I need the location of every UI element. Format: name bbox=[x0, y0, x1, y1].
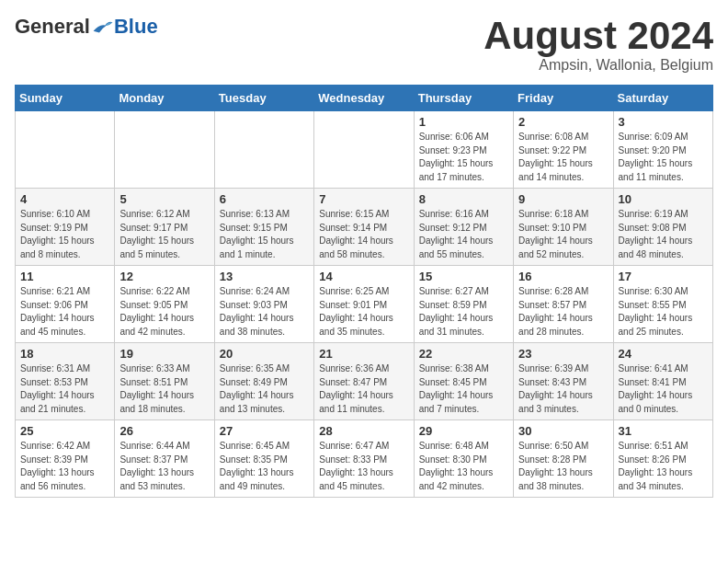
day-number: 30 bbox=[518, 424, 608, 438]
day-info: Sunrise: 6:30 AM Sunset: 8:55 PM Dayligh… bbox=[619, 285, 708, 339]
day-number: 28 bbox=[319, 424, 408, 438]
day-info: Sunrise: 6:27 AM Sunset: 8:59 PM Dayligh… bbox=[419, 285, 508, 339]
day-info: Sunrise: 6:21 AM Sunset: 9:06 PM Dayligh… bbox=[20, 285, 109, 339]
day-cell bbox=[214, 111, 313, 189]
day-number: 25 bbox=[20, 424, 109, 438]
header-monday: Monday bbox=[115, 86, 214, 111]
day-number: 5 bbox=[119, 192, 209, 206]
header-saturday: Saturday bbox=[613, 86, 712, 111]
day-number: 27 bbox=[220, 424, 309, 438]
day-cell: 11Sunrise: 6:21 AM Sunset: 9:06 PM Dayli… bbox=[16, 266, 115, 343]
day-info: Sunrise: 6:24 AM Sunset: 9:03 PM Dayligh… bbox=[220, 285, 309, 339]
day-number: 12 bbox=[119, 270, 209, 283]
calendar-header: SundayMondayTuesdayWednesdayThursdayFrid… bbox=[16, 86, 713, 111]
calendar-body: 1Sunrise: 6:06 AM Sunset: 9:23 PM Daylig… bbox=[16, 111, 713, 498]
day-cell: 19Sunrise: 6:33 AM Sunset: 8:51 PM Dayli… bbox=[115, 343, 214, 420]
day-cell: 3Sunrise: 6:09 AM Sunset: 9:20 PM Daylig… bbox=[613, 111, 712, 189]
day-info: Sunrise: 6:28 AM Sunset: 8:57 PM Dayligh… bbox=[518, 285, 608, 339]
logo-bird-icon bbox=[92, 17, 114, 36]
day-info: Sunrise: 6:10 AM Sunset: 9:19 PM Dayligh… bbox=[20, 208, 109, 261]
day-number: 23 bbox=[518, 347, 608, 361]
day-number: 3 bbox=[619, 115, 708, 129]
day-cell: 10Sunrise: 6:19 AM Sunset: 9:08 PM Dayli… bbox=[613, 189, 712, 266]
header-thursday: Thursday bbox=[414, 86, 513, 111]
day-number: 10 bbox=[619, 192, 708, 206]
week-row-1: 4Sunrise: 6:10 AM Sunset: 9:19 PM Daylig… bbox=[16, 189, 713, 266]
day-number: 11 bbox=[20, 270, 109, 283]
day-cell: 6Sunrise: 6:13 AM Sunset: 9:15 PM Daylig… bbox=[214, 189, 313, 266]
page-header: General Blue August 2024 Ampsin, Walloni… bbox=[15, 15, 713, 74]
day-info: Sunrise: 6:12 AM Sunset: 9:17 PM Dayligh… bbox=[119, 208, 209, 261]
day-number: 17 bbox=[619, 270, 708, 283]
week-row-0: 1Sunrise: 6:06 AM Sunset: 9:23 PM Daylig… bbox=[16, 111, 713, 189]
day-cell bbox=[115, 111, 214, 189]
day-info: Sunrise: 6:18 AM Sunset: 9:10 PM Dayligh… bbox=[518, 208, 608, 261]
calendar-table: SundayMondayTuesdayWednesdayThursdayFrid… bbox=[15, 85, 713, 498]
day-info: Sunrise: 6:45 AM Sunset: 8:35 PM Dayligh… bbox=[220, 440, 309, 493]
header-tuesday: Tuesday bbox=[214, 86, 313, 111]
day-cell: 27Sunrise: 6:45 AM Sunset: 8:35 PM Dayli… bbox=[214, 420, 313, 498]
day-cell: 9Sunrise: 6:18 AM Sunset: 9:10 PM Daylig… bbox=[514, 189, 613, 266]
day-cell: 5Sunrise: 6:12 AM Sunset: 9:17 PM Daylig… bbox=[115, 189, 214, 266]
day-number: 14 bbox=[319, 270, 408, 283]
day-info: Sunrise: 6:50 AM Sunset: 8:28 PM Dayligh… bbox=[518, 440, 608, 493]
day-cell: 2Sunrise: 6:08 AM Sunset: 9:22 PM Daylig… bbox=[514, 111, 613, 189]
day-number: 9 bbox=[518, 192, 608, 206]
day-info: Sunrise: 6:22 AM Sunset: 9:05 PM Dayligh… bbox=[119, 285, 209, 339]
day-info: Sunrise: 6:31 AM Sunset: 8:53 PM Dayligh… bbox=[20, 362, 109, 416]
day-cell: 13Sunrise: 6:24 AM Sunset: 9:03 PM Dayli… bbox=[214, 266, 313, 343]
day-number: 15 bbox=[419, 270, 508, 283]
day-cell: 18Sunrise: 6:31 AM Sunset: 8:53 PM Dayli… bbox=[16, 343, 115, 420]
day-info: Sunrise: 6:06 AM Sunset: 9:23 PM Dayligh… bbox=[419, 131, 508, 184]
day-cell bbox=[314, 111, 414, 189]
day-number: 19 bbox=[119, 347, 209, 361]
day-cell: 24Sunrise: 6:41 AM Sunset: 8:41 PM Dayli… bbox=[613, 343, 712, 420]
day-cell: 31Sunrise: 6:51 AM Sunset: 8:26 PM Dayli… bbox=[613, 420, 712, 498]
day-cell: 15Sunrise: 6:27 AM Sunset: 8:59 PM Dayli… bbox=[414, 266, 513, 343]
day-cell: 20Sunrise: 6:35 AM Sunset: 8:49 PM Dayli… bbox=[214, 343, 313, 420]
month-title: August 2024 bbox=[483, 15, 713, 57]
day-info: Sunrise: 6:51 AM Sunset: 8:26 PM Dayligh… bbox=[619, 440, 708, 493]
day-cell: 21Sunrise: 6:36 AM Sunset: 8:47 PM Dayli… bbox=[314, 343, 414, 420]
day-cell: 30Sunrise: 6:50 AM Sunset: 8:28 PM Dayli… bbox=[514, 420, 613, 498]
day-number: 2 bbox=[518, 115, 608, 129]
day-number: 4 bbox=[20, 192, 109, 206]
day-number: 20 bbox=[220, 347, 309, 361]
week-row-2: 11Sunrise: 6:21 AM Sunset: 9:06 PM Dayli… bbox=[16, 266, 713, 343]
logo-blue-text: Blue bbox=[114, 15, 158, 39]
day-cell: 23Sunrise: 6:39 AM Sunset: 8:43 PM Dayli… bbox=[514, 343, 613, 420]
day-number: 24 bbox=[619, 347, 708, 361]
day-cell: 8Sunrise: 6:16 AM Sunset: 9:12 PM Daylig… bbox=[414, 189, 513, 266]
day-info: Sunrise: 6:09 AM Sunset: 9:20 PM Dayligh… bbox=[619, 131, 708, 184]
day-number: 13 bbox=[220, 270, 309, 283]
day-cell: 1Sunrise: 6:06 AM Sunset: 9:23 PM Daylig… bbox=[414, 111, 513, 189]
day-info: Sunrise: 6:25 AM Sunset: 9:01 PM Dayligh… bbox=[319, 285, 408, 339]
day-info: Sunrise: 6:44 AM Sunset: 8:37 PM Dayligh… bbox=[119, 440, 209, 493]
day-info: Sunrise: 6:33 AM Sunset: 8:51 PM Dayligh… bbox=[119, 362, 209, 416]
day-info: Sunrise: 6:36 AM Sunset: 8:47 PM Dayligh… bbox=[319, 362, 408, 416]
day-number: 8 bbox=[419, 192, 508, 206]
day-cell: 22Sunrise: 6:38 AM Sunset: 8:45 PM Dayli… bbox=[414, 343, 513, 420]
header-wednesday: Wednesday bbox=[314, 86, 414, 111]
day-info: Sunrise: 6:48 AM Sunset: 8:30 PM Dayligh… bbox=[419, 440, 508, 493]
week-row-4: 25Sunrise: 6:42 AM Sunset: 8:39 PM Dayli… bbox=[16, 420, 713, 498]
logo-general-text: General bbox=[15, 15, 90, 39]
title-block: August 2024 Ampsin, Wallonia, Belgium bbox=[483, 15, 713, 74]
day-info: Sunrise: 6:38 AM Sunset: 8:45 PM Dayligh… bbox=[419, 362, 508, 416]
day-number: 26 bbox=[119, 424, 209, 438]
day-info: Sunrise: 6:16 AM Sunset: 9:12 PM Dayligh… bbox=[419, 208, 508, 261]
day-cell: 14Sunrise: 6:25 AM Sunset: 9:01 PM Dayli… bbox=[314, 266, 414, 343]
day-number: 29 bbox=[419, 424, 508, 438]
week-row-3: 18Sunrise: 6:31 AM Sunset: 8:53 PM Dayli… bbox=[16, 343, 713, 420]
day-number: 22 bbox=[419, 347, 508, 361]
day-info: Sunrise: 6:47 AM Sunset: 8:33 PM Dayligh… bbox=[319, 440, 408, 493]
day-cell: 26Sunrise: 6:44 AM Sunset: 8:37 PM Dayli… bbox=[115, 420, 214, 498]
day-info: Sunrise: 6:35 AM Sunset: 8:49 PM Dayligh… bbox=[220, 362, 309, 416]
day-number: 7 bbox=[319, 192, 408, 206]
day-info: Sunrise: 6:39 AM Sunset: 8:43 PM Dayligh… bbox=[518, 362, 608, 416]
day-number: 1 bbox=[419, 115, 508, 129]
day-cell: 29Sunrise: 6:48 AM Sunset: 8:30 PM Dayli… bbox=[414, 420, 513, 498]
header-row: SundayMondayTuesdayWednesdayThursdayFrid… bbox=[16, 86, 713, 111]
day-info: Sunrise: 6:08 AM Sunset: 9:22 PM Dayligh… bbox=[518, 131, 608, 184]
header-sunday: Sunday bbox=[16, 86, 115, 111]
